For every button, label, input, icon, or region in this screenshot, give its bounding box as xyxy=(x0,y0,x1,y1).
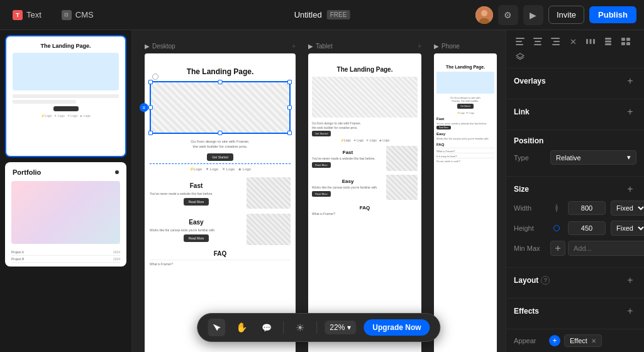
right-panel: ✕ Overlays + Link + xyxy=(506,30,644,352)
align-right-icon[interactable] xyxy=(548,35,563,48)
tablet-fast-btn[interactable]: Read More xyxy=(312,162,331,168)
phone-fast-btn[interactable]: Read More xyxy=(436,126,451,129)
cursor-tool[interactable] xyxy=(208,319,225,336)
portfolio-row-1: Project A 2024 xyxy=(11,249,120,256)
selected-element[interactable]: ≡ xyxy=(150,81,291,134)
invite-button[interactable]: Invite xyxy=(548,6,584,24)
phone-text: Go from design to site withFramer, the w… xyxy=(436,96,494,102)
tablet-easy-title: Easy xyxy=(312,179,384,184)
height-unit-select[interactable]: Fixed Fill Hug xyxy=(611,221,644,236)
thumb-hero xyxy=(13,53,119,91)
effects-title: Effects xyxy=(514,307,539,316)
page-thumb-portfolio[interactable]: Portfolio Project A 2024 Project B 2024 xyxy=(5,162,126,267)
grid-icon[interactable] xyxy=(618,35,633,48)
tablet-play-icon: ▶ xyxy=(308,43,313,50)
width-input[interactable] xyxy=(568,201,606,215)
portfolio-rows: Project A 2024 Project B 2024 xyxy=(6,246,125,265)
svg-rect-17 xyxy=(605,43,611,45)
easy-cta[interactable]: Read More xyxy=(184,234,209,242)
tablet-cta[interactable]: Get Started xyxy=(312,131,331,136)
size-add-btn[interactable]: + xyxy=(624,183,636,195)
avatar[interactable] xyxy=(475,6,493,24)
upgrade-button[interactable]: Upgrade Now xyxy=(364,319,430,336)
align-center-icon[interactable] xyxy=(530,35,545,48)
easy-text: Easy Works like the canvas tools you're … xyxy=(150,214,243,244)
tablet-frame[interactable]: The Landing Page. Go from design to site… xyxy=(308,53,421,352)
effect-add-icon[interactable]: + xyxy=(549,335,560,346)
resize-tm[interactable] xyxy=(218,80,223,84)
zoom-selector[interactable]: 22% ▾ xyxy=(325,321,356,334)
phone-easy-title: Easy xyxy=(436,132,494,136)
zoom-chevron: ▾ xyxy=(347,323,351,332)
link-add-btn[interactable]: + xyxy=(624,106,636,118)
align-left-icon[interactable] xyxy=(513,35,528,48)
phone-frame[interactable]: The Landing Page. Go from design to site… xyxy=(434,53,497,352)
faq-text: What is Framer? xyxy=(150,260,291,267)
tablet-inner: The Landing Page. Go from design to site… xyxy=(308,53,421,221)
selected-box-inner xyxy=(151,82,289,133)
minmax-input[interactable] xyxy=(568,241,644,256)
resize-ml[interactable] xyxy=(148,106,153,110)
publish-button[interactable]: Publish xyxy=(589,6,636,23)
effects-section: Effects + xyxy=(506,299,644,329)
minmax-label: Min Max xyxy=(514,245,545,252)
tablet-easy-text-col: Easy Works like the canvas tools you're … xyxy=(312,175,384,200)
appear-label: Appear xyxy=(514,337,545,344)
phone-fast-title: Fast xyxy=(436,117,494,121)
settings-button[interactable]: ⚙ xyxy=(498,5,518,25)
tablet-add-icon[interactable]: + xyxy=(418,43,421,50)
desktop-cta[interactable]: Get Started xyxy=(207,153,233,161)
width-unit-select[interactable]: Fixed Fill Hug xyxy=(611,201,644,216)
svg-rect-6 xyxy=(533,38,542,39)
layers-icon[interactable] xyxy=(513,50,528,63)
desktop-inner: The Landing Page. ≡ xyxy=(145,53,296,271)
phone-label-text: Phone xyxy=(441,43,460,50)
page-thumb-landing[interactable]: The Landing Page. ⚡Logo ✦ Logo ✕ Logo ◈ … xyxy=(5,35,126,157)
minmax-icon[interactable] xyxy=(550,241,565,256)
faq-title: FAQ xyxy=(150,250,291,257)
play-button[interactable]: ▶ xyxy=(523,5,543,25)
height-input[interactable] xyxy=(568,221,606,235)
tablet-easy-btn[interactable]: Read More xyxy=(312,191,331,197)
canvas-content[interactable]: ▶ Desktop + The Landing Page. ≡ xyxy=(132,30,506,352)
thumb-cta xyxy=(53,106,79,111)
phone-cta[interactable]: Get Started xyxy=(457,104,473,109)
portfolio-dot xyxy=(115,170,119,174)
position-type-select[interactable]: Relative ▾ xyxy=(550,150,636,165)
layout-header: Layout ? + xyxy=(514,274,636,287)
layout-add-btn[interactable]: + xyxy=(624,274,636,287)
resize-tr[interactable] xyxy=(287,80,292,84)
nav-cms[interactable]: ⊡ CMS xyxy=(57,8,99,23)
position-type-value: Relative xyxy=(556,154,581,162)
tablet-fast-title: Fast xyxy=(312,150,384,155)
resize-bm[interactable] xyxy=(218,131,223,135)
hand-tool[interactable]: ✋ xyxy=(233,319,250,336)
effects-add-btn[interactable]: + xyxy=(624,305,636,317)
nav-text[interactable]: T Text xyxy=(8,8,47,23)
distribute-v-icon[interactable] xyxy=(601,35,616,48)
distribute-h-icon[interactable] xyxy=(583,35,598,48)
preview-tool[interactable]: ☀ xyxy=(291,319,309,336)
overlays-title: Overlays xyxy=(514,77,546,85)
link-header: Link + xyxy=(514,106,636,118)
overlays-add-btn[interactable]: + xyxy=(624,75,636,87)
bottom-toolbar: ✋ 💬 ☀ 22% ▾ Upgrade Now xyxy=(197,313,440,342)
tool-separator-1 xyxy=(283,321,284,334)
resize-tl[interactable] xyxy=(148,80,153,84)
fast-cta[interactable]: Read More xyxy=(184,198,209,206)
comment-tool[interactable]: 💬 xyxy=(258,319,275,336)
resize-mr[interactable] xyxy=(287,106,292,110)
tablet-fast-img xyxy=(386,146,418,171)
effect-close-icon[interactable]: ✕ xyxy=(591,338,596,344)
effect-tag[interactable]: Effect ✕ xyxy=(564,334,602,347)
resize-bl[interactable] xyxy=(148,131,153,135)
resize-br[interactable] xyxy=(287,131,292,135)
desktop-viewport-container: ▶ Desktop + The Landing Page. ≡ xyxy=(145,43,296,339)
desktop-frame[interactable]: The Landing Page. ≡ xyxy=(145,53,296,352)
desktop-add-icon[interactable]: + xyxy=(292,43,296,50)
layout-help-icon[interactable]: ? xyxy=(541,276,550,285)
position-type-row: Type Relative ▾ xyxy=(514,150,636,165)
desktop-text: Go from design to site with Framer,the w… xyxy=(150,139,291,150)
delete-icon[interactable]: ✕ xyxy=(565,35,580,48)
free-badge: FREE xyxy=(327,10,350,19)
